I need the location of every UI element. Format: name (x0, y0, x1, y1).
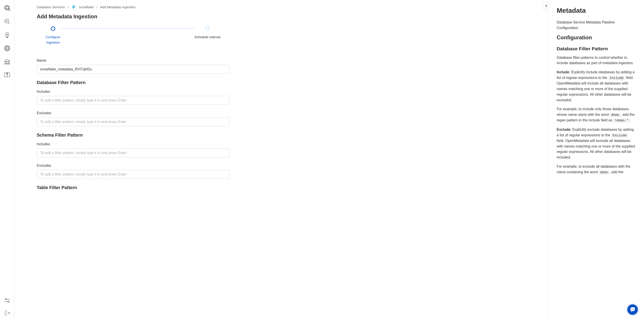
help-dbfilter-desc: Database filter patterns to control whet… (557, 55, 635, 66)
step-1-label: ConfigureIngestion (46, 34, 60, 45)
svg-point-1 (8, 9, 10, 11)
name-label: Name (37, 59, 229, 63)
db-includes-label: Includes (37, 90, 229, 94)
code-toggle-button[interactable] (542, 2, 548, 9)
help-include-p: Include: Explicitly include databases by… (557, 70, 635, 103)
breadcrumb-service[interactable]: snowflake (79, 5, 94, 9)
step-2-label: Schedule Interval (194, 34, 220, 40)
name-input[interactable] (37, 65, 229, 74)
svg-point-10 (632, 309, 633, 310)
table-filter-title: Table Filter Pattern (37, 185, 229, 190)
help-desc: Database Service Metadata Pipeline Confi… (557, 20, 635, 31)
svg-point-12 (634, 307, 635, 309)
governance-icon[interactable] (4, 58, 11, 65)
schema-includes-label: Includes (37, 142, 229, 146)
breadcrumb-sep: / (96, 5, 98, 9)
stepper: ConfigureIngestion Schedule Interval (37, 26, 229, 45)
db-filter-title: Database Filter Pattern (37, 80, 229, 85)
step-1-circle (51, 26, 55, 31)
schema-excludes-label: Excludes (37, 164, 229, 168)
help-title: Metadata (557, 7, 635, 14)
help-include-ex: For example, to include only those datab… (557, 106, 635, 123)
db-excludes-label: Excludes (37, 111, 229, 115)
svg-point-8 (73, 6, 74, 7)
help-dbfilter-title: Database Filter Pattern (557, 46, 635, 51)
help-panel: Metadata Database Service Metadata Pipel… (548, 0, 644, 321)
main-content: Database Services / snowflake / Add Meta… (14, 0, 548, 321)
chat-button[interactable] (626, 304, 639, 316)
logout-icon[interactable] (4, 309, 11, 317)
step-2-circle (205, 26, 210, 31)
breadcrumb: Database Services / snowflake / Add Meta… (37, 4, 229, 9)
left-sidebar (0, 0, 14, 321)
explore-icon[interactable] (4, 4, 11, 12)
snowflake-icon (71, 4, 76, 9)
help-exclude-ex: For example, to exclude all databases wi… (557, 164, 635, 175)
schema-filter-title: Schema Filter Pattern (37, 133, 229, 138)
schema-excludes-input[interactable] (37, 170, 229, 179)
insights-icon[interactable] (4, 31, 11, 38)
svg-point-7 (8, 301, 9, 303)
svg-point-6 (5, 299, 6, 300)
page-title: Add Metadata Ingestion (37, 13, 229, 20)
help-exclude-p: Exclude: Explicitly exclude databases by… (557, 127, 635, 160)
globe-icon[interactable] (4, 45, 11, 52)
step-connector (60, 28, 194, 29)
svg-point-9 (631, 309, 632, 310)
breadcrumb-sep: / (68, 5, 68, 9)
breadcrumb-current: Add Metadata Ingestion (100, 5, 136, 9)
db-includes-input[interactable] (37, 96, 229, 105)
glossary-icon[interactable] (4, 72, 11, 79)
help-config-title: Configuration (557, 34, 635, 41)
db-excludes-input[interactable] (37, 117, 229, 126)
schema-includes-input[interactable] (37, 149, 229, 157)
svg-point-11 (633, 309, 634, 310)
breadcrumb-root[interactable]: Database Services (37, 5, 65, 9)
settings-icon[interactable] (4, 297, 11, 304)
search-icon[interactable] (4, 18, 11, 25)
